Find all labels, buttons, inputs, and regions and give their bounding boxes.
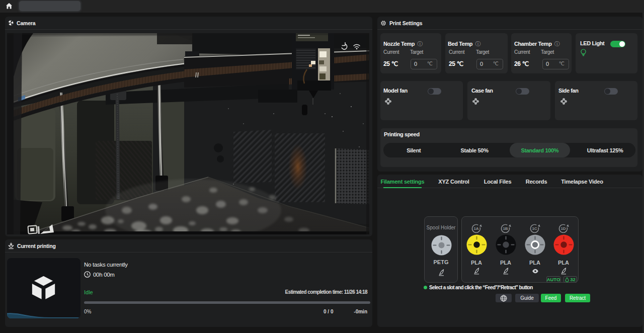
svg-text:1B: 1B xyxy=(503,226,508,231)
svg-text:1C: 1C xyxy=(532,226,537,231)
svg-text:1D: 1D xyxy=(560,226,566,231)
svg-text:1A: 1A xyxy=(473,226,478,231)
